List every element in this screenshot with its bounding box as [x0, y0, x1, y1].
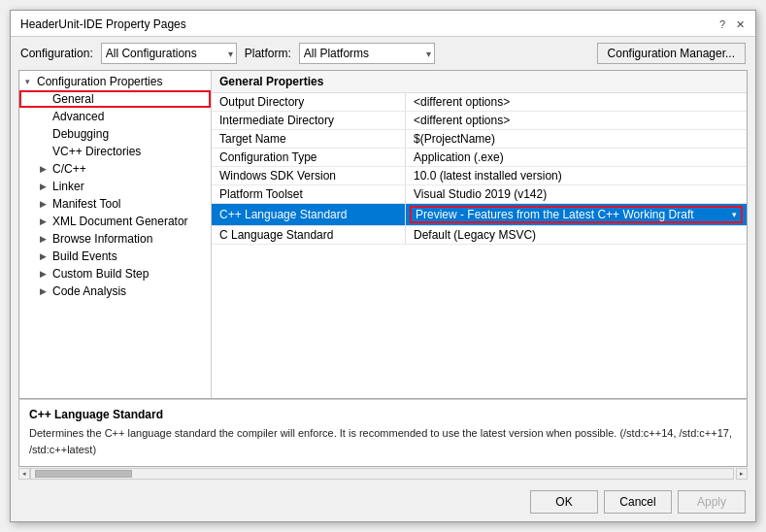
prop-value-cpp-standard-container[interactable]: Preview - Features from the Latest C++ W… [406, 204, 747, 225]
main-content: ▾ Configuration Properties General Advan… [18, 70, 748, 399]
xmldoc-expand-icon[interactable]: ▶ [35, 214, 50, 229]
tree-debugging-spacer [35, 126, 50, 142]
description-text: Determines the C++ language standard the… [29, 425, 737, 457]
configuration-select[interactable]: All Configurations [101, 43, 237, 64]
tree-item-advanced[interactable]: Advanced [19, 108, 211, 125]
configuration-manager-button[interactable]: Configuration Manager... [597, 43, 746, 64]
dialog-title: HeaderUnit-IDE Property Pages [20, 17, 186, 31]
platform-label: Platform: [245, 47, 291, 60]
help-button[interactable]: ? [715, 17, 730, 32]
title-bar: HeaderUnit-IDE Property Pages ? ✕ [11, 11, 755, 37]
tree-root-item[interactable]: ▾ Configuration Properties [19, 73, 211, 90]
prop-value-intermediate-dir[interactable]: <different options> [406, 112, 747, 129]
tree-item-manifest[interactable]: ▶ Manifest Tool [19, 195, 211, 213]
close-button[interactable]: ✕ [732, 17, 748, 32]
tree-xmldoc-label: XML Document Generator [50, 214, 190, 229]
prop-row-c-standard: C Language Standard Default (Legacy MSVC… [212, 226, 747, 245]
tree-item-linker[interactable]: ▶ Linker [19, 178, 211, 195]
left-panel: ▾ Configuration Properties General Advan… [19, 71, 212, 398]
cancel-button[interactable]: Cancel [604, 490, 672, 514]
tree-codeanalysis-label: Code Analysis [50, 283, 128, 299]
configuration-select-wrapper[interactable]: All Configurations [101, 43, 237, 64]
prop-value-output-dir[interactable]: <different options> [406, 93, 747, 111]
tree-vcdirs-spacer [35, 144, 50, 159]
tree-item-codeanalysis[interactable]: ▶ Code Analysis [19, 283, 211, 300]
scrollbar-thumb[interactable] [35, 470, 132, 478]
custombuild-expand-icon[interactable]: ▶ [35, 266, 50, 282]
tree-custombuild-label: Custom Build Step [50, 266, 150, 282]
linker-expand-icon[interactable]: ▶ [35, 179, 50, 194]
scroll-left-button[interactable]: ◂ [18, 468, 30, 480]
root-collapse-icon[interactable]: ▾ [19, 74, 35, 89]
tree-item-general[interactable]: General [19, 90, 211, 108]
prop-name-sdk-version: Windows SDK Version [212, 167, 406, 184]
scroll-right-button[interactable]: ▸ [736, 468, 748, 480]
prop-row-platform-toolset: Platform Toolset Visual Studio 2019 (v14… [212, 185, 747, 204]
tree-manifest-label: Manifest Tool [50, 196, 122, 212]
prop-name-output-dir: Output Directory [212, 93, 406, 111]
tree-root-label: Configuration Properties [35, 74, 164, 89]
prop-value-config-type[interactable]: Application (.exe) [406, 149, 747, 166]
apply-button[interactable]: Apply [678, 490, 746, 514]
description-title: C++ Language Standard [29, 408, 737, 421]
config-bar: Configuration: All Configurations Platfo… [11, 37, 755, 70]
tree-cpp-label: C/C++ [50, 161, 88, 177]
prop-row-output-dir: Output Directory <different options> [212, 93, 747, 112]
manifest-expand-icon[interactable]: ▶ [35, 196, 50, 212]
platform-select-wrapper[interactable]: All Platforms [299, 43, 435, 64]
tree-general-label: General [50, 91, 96, 107]
tree-vcdirs-label: VC++ Directories [50, 144, 143, 159]
prop-row-target-name: Target Name $(ProjectName) [212, 130, 747, 149]
horizontal-scrollbar[interactable] [30, 468, 734, 480]
prop-value-sdk-version[interactable]: 10.0 (latest installed version) [406, 167, 747, 184]
properties-table: Output Directory <different options> Int… [212, 93, 747, 398]
cpp-expand-icon[interactable]: ▶ [35, 161, 50, 177]
buildevents-expand-icon[interactable]: ▶ [35, 249, 50, 264]
description-panel: C++ Language Standard Determines the C++… [18, 399, 748, 467]
tree-linker-label: Linker [50, 179, 86, 194]
prop-value-c-standard[interactable]: Default (Legacy MSVC) [406, 226, 747, 244]
property-pages-dialog: HeaderUnit-IDE Property Pages ? ✕ Config… [10, 10, 756, 522]
tree-item-xmldoc[interactable]: ▶ XML Document Generator [19, 213, 211, 230]
prop-name-platform-toolset: Platform Toolset [212, 185, 406, 203]
tree-advanced-label: Advanced [50, 109, 106, 124]
prop-name-cpp-standard: C++ Language Standard [212, 204, 406, 225]
bottom-bar: OK Cancel Apply [11, 482, 755, 521]
cpp-standard-dropdown-icon[interactable]: ▾ [732, 210, 737, 219]
tree-advanced-spacer [35, 109, 50, 124]
prop-row-intermediate-dir: Intermediate Directory <different option… [212, 112, 747, 130]
prop-value-target[interactable]: $(ProjectName) [406, 130, 747, 148]
tree-item-browse[interactable]: ▶ Browse Information [19, 230, 211, 248]
tree-item-custombuild[interactable]: ▶ Custom Build Step [19, 265, 211, 283]
tree-item-buildevents[interactable]: ▶ Build Events [19, 248, 211, 265]
prop-row-cpp-standard[interactable]: C++ Language Standard Preview - Features… [212, 204, 747, 226]
configuration-label: Configuration: [20, 47, 93, 60]
prop-value-platform-toolset[interactable]: Visual Studio 2019 (v142) [406, 185, 747, 203]
tree-item-vcdirs[interactable]: VC++ Directories [19, 143, 211, 160]
codeanalysis-expand-icon[interactable]: ▶ [35, 283, 50, 299]
tree-root: ▾ Configuration Properties General Advan… [19, 71, 211, 302]
tree-item-cpp[interactable]: ▶ C/C++ [19, 160, 211, 178]
prop-row-config-type: Configuration Type Application (.exe) [212, 149, 747, 167]
right-panel: General Properties Output Directory <dif… [212, 71, 747, 398]
scrollbar-area: ◂ ▸ [18, 467, 748, 481]
tree-buildevents-label: Build Events [50, 249, 119, 264]
ok-button[interactable]: OK [530, 490, 598, 514]
cpp-standard-outlined[interactable]: Preview - Features from the Latest C++ W… [410, 206, 743, 223]
right-panel-header: General Properties [212, 71, 747, 93]
prop-row-sdk-version: Windows SDK Version 10.0 (latest install… [212, 167, 747, 185]
tree-debugging-label: Debugging [50, 126, 111, 142]
prop-name-intermediate-dir: Intermediate Directory [212, 112, 406, 129]
prop-name-c-standard: C Language Standard [212, 226, 406, 244]
title-buttons: ? ✕ [715, 17, 748, 32]
cpp-standard-value: Preview - Features from the Latest C++ W… [416, 208, 694, 221]
tree-general-spacer [35, 91, 50, 107]
tree-browse-label: Browse Information [50, 231, 154, 247]
platform-select[interactable]: All Platforms [299, 43, 435, 64]
browse-expand-icon[interactable]: ▶ [35, 231, 50, 247]
tree-item-debugging[interactable]: Debugging [19, 125, 211, 143]
prop-name-target: Target Name [212, 130, 406, 148]
prop-name-config-type: Configuration Type [212, 149, 406, 166]
